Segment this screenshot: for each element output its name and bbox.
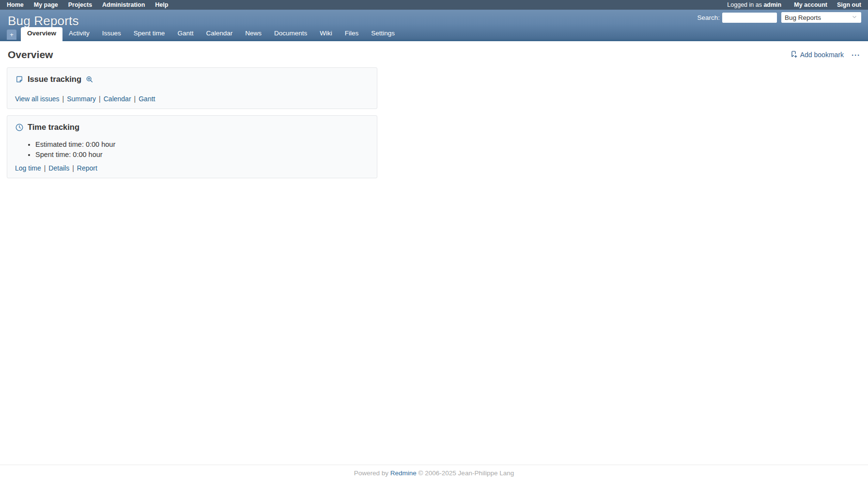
separator: | bbox=[72, 164, 74, 172]
menu-home[interactable]: Home bbox=[7, 1, 24, 8]
logged-in-prefix: Logged in as bbox=[727, 1, 763, 8]
my-account-link[interactable]: My account bbox=[794, 1, 827, 8]
quick-search: Search: Bug Reports bbox=[697, 12, 861, 23]
tab-spent-time[interactable]: Spent time bbox=[127, 27, 171, 40]
add-tab-button[interactable]: + bbox=[7, 30, 16, 40]
copyright-text: © 2006-2025 Jean-Philippe Lang bbox=[417, 469, 514, 477]
contextual-actions: Add bookmark ··· bbox=[790, 50, 860, 60]
search-label: Search: bbox=[697, 14, 720, 21]
issue-tracking-title-row: Issue tracking bbox=[15, 75, 369, 84]
details-link[interactable]: Details bbox=[48, 164, 69, 172]
redmine-link[interactable]: Redmine bbox=[390, 469, 417, 477]
issue-tracking-links: View all issues|Summary|Calendar|Gantt bbox=[15, 95, 369, 103]
log-time-link[interactable]: Log time bbox=[15, 164, 41, 172]
estimated-time-item: Estimated time: 0:00 hour bbox=[35, 141, 369, 148]
powered-by-text: Powered by bbox=[354, 469, 390, 477]
add-bookmark-button[interactable]: Add bookmark bbox=[790, 50, 844, 60]
tab-issues[interactable]: Issues bbox=[96, 27, 127, 40]
issue-tracking-title: Issue tracking bbox=[28, 75, 81, 84]
account-menu: Logged in as admin My account Sign out bbox=[727, 1, 861, 8]
tab-files[interactable]: Files bbox=[339, 27, 365, 40]
tab-documents[interactable]: Documents bbox=[268, 27, 313, 40]
time-tracking-title-row: Time tracking bbox=[15, 123, 369, 132]
separator: | bbox=[44, 164, 46, 172]
tab-wiki[interactable]: Wiki bbox=[313, 27, 339, 40]
username: admin bbox=[763, 1, 781, 8]
sign-out-link[interactable]: Sign out bbox=[837, 1, 861, 8]
bookmark-plus-icon bbox=[790, 50, 798, 60]
tab-calendar[interactable]: Calendar bbox=[200, 27, 239, 40]
menu-projects[interactable]: Projects bbox=[68, 1, 92, 8]
chevron-down-icon bbox=[851, 14, 858, 22]
menu-my-page[interactable]: My page bbox=[34, 1, 58, 8]
menu-help[interactable]: Help bbox=[155, 1, 168, 8]
more-actions-button[interactable]: ··· bbox=[852, 51, 860, 59]
redmine-app: Home My page Projects Administration Hel… bbox=[0, 0, 868, 484]
project-header: Bug Reports Search: Bug Reports + Overvi… bbox=[0, 10, 868, 41]
project-jump-select[interactable]: Bug Reports bbox=[781, 12, 861, 23]
tab-overview[interactable]: Overview bbox=[21, 27, 62, 41]
separator: | bbox=[134, 95, 136, 103]
zoom-in-icon[interactable] bbox=[86, 76, 93, 83]
view-all-issues-link[interactable]: View all issues bbox=[15, 95, 60, 103]
tab-gantt[interactable]: Gantt bbox=[171, 27, 200, 40]
calendar-link[interactable]: Calendar bbox=[104, 95, 131, 103]
search-input[interactable] bbox=[722, 13, 777, 23]
tab-settings[interactable]: Settings bbox=[365, 27, 401, 40]
separator: | bbox=[62, 95, 64, 103]
content: Overview Add bookmark ··· Issue tracking bbox=[0, 41, 868, 465]
page-head: Overview Add bookmark ··· bbox=[8, 49, 860, 61]
issue-tracking-box: Issue tracking View all issues|Summary|C… bbox=[7, 67, 377, 109]
project-tabs: + Overview Activity Issues Spent time Ga… bbox=[0, 29, 868, 41]
time-tracking-links: Log time|Details|Report bbox=[15, 164, 369, 172]
top-menu: Home My page Projects Administration Hel… bbox=[7, 1, 168, 8]
tab-activity[interactable]: Activity bbox=[62, 27, 96, 40]
report-link[interactable]: Report bbox=[77, 164, 97, 172]
separator: | bbox=[99, 95, 101, 103]
time-tracking-title: Time tracking bbox=[28, 123, 79, 132]
spent-time-item: Spent time: 0:00 hour bbox=[35, 151, 369, 158]
menu-administration[interactable]: Administration bbox=[102, 1, 145, 8]
time-tracking-stats: Estimated time: 0:00 hour Spent time: 0:… bbox=[15, 141, 369, 158]
top-menu-bar: Home My page Projects Administration Hel… bbox=[0, 0, 868, 10]
page-title: Overview bbox=[8, 49, 53, 61]
project-jump-value: Bug Reports bbox=[785, 14, 821, 21]
logged-in-as: Logged in as admin bbox=[727, 1, 781, 8]
gantt-link[interactable]: Gantt bbox=[139, 95, 155, 103]
page-footer: Powered by Redmine © 2006-2025 Jean-Phil… bbox=[0, 465, 868, 484]
tab-news[interactable]: News bbox=[239, 27, 268, 40]
add-bookmark-label: Add bookmark bbox=[800, 51, 844, 59]
clock-icon bbox=[15, 123, 24, 132]
summary-link[interactable]: Summary bbox=[67, 95, 96, 103]
time-tracking-box: Time tracking Estimated time: 0:00 hour … bbox=[7, 115, 377, 178]
note-icon bbox=[15, 75, 24, 84]
